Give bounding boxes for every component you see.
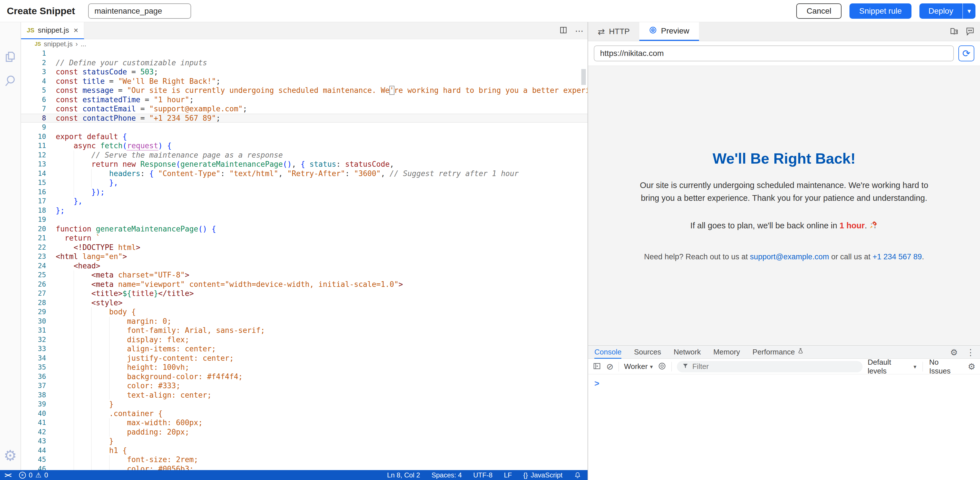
line-number[interactable]: 10 — [21, 132, 46, 141]
code-line[interactable]: 31 font-family: Arial, sans-serif; — [21, 326, 587, 335]
docs-book-icon[interactable] — [949, 27, 959, 37]
line-number[interactable]: 17 — [21, 196, 46, 206]
line-number[interactable]: 19 — [21, 215, 46, 224]
code-line[interactable]: 28 <style> — [21, 298, 587, 307]
tab-sources[interactable]: Sources — [634, 346, 661, 359]
console-sidebar-toggle-icon[interactable] — [593, 362, 601, 372]
line-number[interactable]: 35 — [21, 363, 46, 372]
devtools-settings-gear-icon[interactable]: ⚙ — [950, 347, 958, 357]
line-number[interactable]: 22 — [21, 243, 46, 252]
line-number[interactable]: 33 — [21, 344, 46, 353]
code-line[interactable]: 36 background-color: #f4f4f4; — [21, 372, 587, 382]
line-number[interactable]: 2 — [21, 58, 46, 68]
code-line[interactable]: 15 }, — [21, 178, 587, 187]
tab-performance[interactable]: Performance — [752, 346, 804, 359]
code-line[interactable]: 24 <head> — [21, 261, 587, 271]
code-line[interactable]: 3const statusCode = 503; — [21, 67, 587, 77]
code-line[interactable]: 37 color: #333; — [21, 381, 587, 391]
code-line[interactable]: 10export default { — [21, 132, 587, 141]
code-line[interactable]: 8const contactPhone = "+1 234 567 89"; — [21, 114, 587, 123]
pane-divider[interactable] — [587, 22, 588, 480]
code-line[interactable]: 38 text-align: center; — [21, 391, 587, 400]
code-line[interactable]: 30 margin: 0; — [21, 317, 587, 326]
support-email-link[interactable]: support@example.com — [750, 252, 829, 261]
line-number[interactable]: 25 — [21, 270, 46, 280]
line-number[interactable]: 29 — [21, 307, 46, 317]
filter-input[interactable] — [692, 362, 858, 371]
line-number[interactable]: 44 — [21, 446, 46, 455]
line-number[interactable]: 39 — [21, 400, 46, 409]
line-number[interactable]: 3 — [21, 67, 46, 77]
code-line[interactable]: 22 <!DOCTYPE html> — [21, 243, 587, 252]
split-editor-icon[interactable] — [559, 26, 568, 35]
tab-memory[interactable]: Memory — [713, 346, 740, 359]
code-line[interactable]: 41 max-width: 600px; — [21, 418, 587, 428]
line-number[interactable]: 37 — [21, 381, 46, 391]
line-number[interactable]: 12 — [21, 150, 46, 160]
line-number[interactable]: 24 — [21, 261, 46, 271]
line-number[interactable]: 31 — [21, 326, 46, 335]
code-line[interactable]: 13 return new Response(generateMaintenan… — [21, 160, 587, 169]
code-line[interactable]: 44 h1 { — [21, 446, 587, 455]
code-line[interactable]: 32 display: flex; — [21, 335, 587, 345]
code-line[interactable]: 1 — [21, 49, 587, 58]
code-line[interactable]: 46 color: #0056b3; — [21, 464, 587, 470]
deploy-button[interactable]: Deploy — [920, 3, 963, 19]
code-line[interactable]: 9 — [21, 123, 587, 132]
code-line[interactable]: 16 }); — [21, 187, 587, 197]
notifications-bell-icon[interactable] — [574, 472, 581, 479]
code-line[interactable]: 29 body { — [21, 307, 587, 317]
code-line[interactable]: 39 } — [21, 400, 587, 409]
preview-url-input[interactable] — [594, 46, 954, 61]
console-settings-gear-icon[interactable]: ⚙ — [968, 361, 975, 372]
code-line[interactable]: 12 // Serve the maintenance page as a re… — [21, 150, 587, 160]
code-line[interactable]: 20function generateMaintenancePage() { — [21, 224, 587, 234]
line-number[interactable]: 36 — [21, 372, 46, 382]
line-number[interactable]: 34 — [21, 353, 46, 363]
code-line[interactable]: 45 font-size: 2rem; — [21, 455, 587, 464]
line-number[interactable]: 8 — [21, 114, 46, 123]
support-phone-link[interactable]: +1 234 567 89 — [872, 252, 922, 261]
deploy-dropdown-button[interactable]: ▾ — [963, 3, 975, 19]
line-number[interactable]: 5 — [21, 86, 46, 95]
code-line[interactable]: 17 }, — [21, 196, 587, 206]
line-number[interactable]: 26 — [21, 280, 46, 289]
line-number[interactable]: 15 — [21, 178, 46, 187]
line-number[interactable]: 20 — [21, 224, 46, 234]
more-actions-icon[interactable]: ⋯ — [575, 26, 584, 36]
remote-indicator-icon[interactable]: >< — [5, 471, 11, 479]
code-line[interactable]: 34 justify-content: center; — [21, 353, 587, 363]
tab-http[interactable]: ⇄ HTTP — [588, 22, 639, 41]
line-number[interactable]: 38 — [21, 391, 46, 400]
code-line[interactable]: 33 align-items: center; — [21, 344, 587, 353]
devtools-kebab-menu-icon[interactable]: ⋮ — [966, 347, 975, 357]
issues-counter[interactable]: No Issues — [929, 358, 961, 375]
close-tab-icon[interactable]: × — [74, 27, 78, 34]
code-line[interactable]: 2// Define your customizable inputs — [21, 58, 587, 68]
line-number[interactable]: 32 — [21, 335, 46, 345]
line-number[interactable]: 41 — [21, 418, 46, 428]
code-line[interactable]: 25 <meta charset="UTF-8"> — [21, 270, 587, 280]
tab-network[interactable]: Network — [674, 346, 701, 359]
code-line[interactable]: 43 } — [21, 437, 587, 446]
code-lines[interactable]: 12// Define your customizable inputs3con… — [21, 49, 587, 470]
code-line[interactable]: 35 height: 100vh; — [21, 363, 587, 372]
line-number[interactable]: 30 — [21, 317, 46, 326]
tab-snippet-js[interactable]: JS snippet.js × — [21, 22, 84, 39]
clear-console-icon[interactable]: ⊘ — [606, 361, 613, 372]
line-number[interactable]: 18 — [21, 206, 46, 215]
snippet-name-input[interactable] — [88, 3, 191, 19]
eol-setting[interactable]: LF — [504, 471, 512, 479]
indentation-setting[interactable]: Spaces: 4 — [431, 471, 462, 479]
language-mode[interactable]: {} JavaScript — [523, 471, 563, 479]
encoding-setting[interactable]: UTF-8 — [473, 471, 493, 479]
line-number[interactable]: 4 — [21, 77, 46, 86]
code-line[interactable]: 23<html lang="en"> — [21, 252, 587, 261]
line-number[interactable]: 6 — [21, 95, 46, 105]
code-line[interactable]: 14 headers: { "Content-Type": "text/html… — [21, 169, 587, 178]
tab-preview[interactable]: Preview — [639, 22, 699, 41]
refresh-button[interactable]: ⟳ — [958, 46, 974, 61]
snippet-rule-button[interactable]: Snippet rule — [850, 3, 911, 19]
feedback-chat-icon[interactable] — [965, 27, 975, 37]
code-line[interactable]: 4const title = "We'll Be Right Back!"; — [21, 77, 587, 86]
